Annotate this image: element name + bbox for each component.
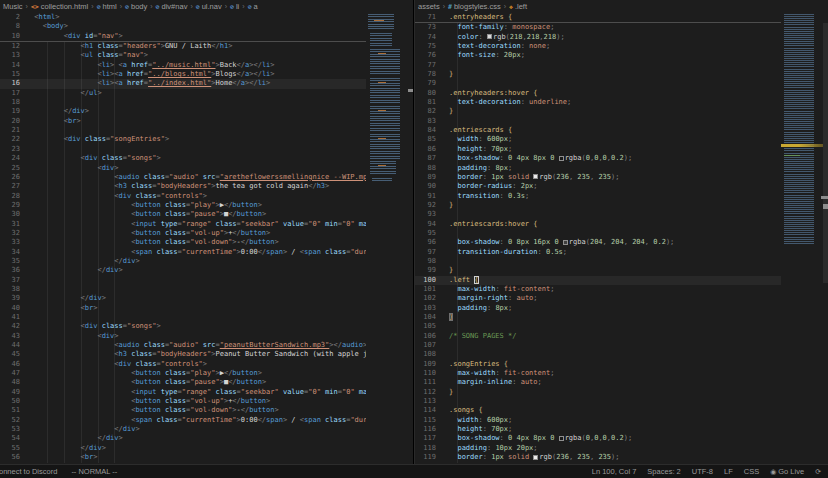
line-content[interactable]: </div> — [20, 257, 413, 266]
status-item-utf-8[interactable]: UTF-8 — [692, 467, 713, 476]
line-content[interactable] — [436, 210, 828, 219]
line-content[interactable]: <input type="range" class="seekbar" valu… — [20, 220, 413, 229]
code-line[interactable]: 118 padding: 10px 20px; — [415, 444, 828, 453]
code-line[interactable]: 77 — [415, 61, 828, 70]
line-content[interactable]: .entryheaders:hover { — [436, 89, 828, 98]
line-number[interactable]: 75 — [415, 42, 436, 51]
line-number[interactable]: 83 — [415, 117, 436, 126]
line-content[interactable] — [20, 126, 413, 135]
code-line[interactable]: 37 — [0, 276, 413, 285]
line-number[interactable]: 20 — [0, 117, 20, 126]
line-number[interactable]: 98 — [415, 257, 436, 266]
line-content[interactable]: font-size: 20px; — [436, 51, 828, 60]
code-line[interactable]: 74 color: rgb(218,218,218); — [415, 33, 828, 42]
breadcrumb[interactable]: Music›<>collection.html›⊘html›⊘body›⊘div… — [0, 0, 413, 13]
line-content[interactable] — [20, 98, 413, 107]
line-number[interactable]: 107 — [415, 341, 436, 350]
line-content[interactable]: <span class="currentTime">0:00</span> / … — [20, 416, 413, 425]
code-line[interactable]: 25 <div> — [0, 164, 413, 173]
line-content[interactable]: <body> — [20, 22, 413, 31]
line-content[interactable] — [20, 276, 413, 285]
line-content[interactable]: height: 70px; — [436, 425, 828, 434]
line-number[interactable]: 85 — [415, 135, 436, 144]
line-content[interactable]: } — [436, 201, 828, 210]
code-line[interactable]: 102 margin-right: auto; — [415, 294, 828, 303]
line-content[interactable] — [436, 350, 828, 359]
scrollbar[interactable] — [823, 13, 828, 464]
line-content[interactable]: <li> <a href="../music.html">Back</a></l… — [20, 61, 413, 70]
line-content[interactable]: <ul class="nav"> — [20, 51, 413, 60]
color-swatch[interactable] — [563, 240, 568, 245]
line-number[interactable]: 15 — [0, 70, 20, 79]
line-number[interactable]: 45 — [0, 350, 20, 359]
line-content[interactable] — [20, 285, 413, 294]
line-content[interactable]: </div> — [20, 107, 413, 116]
status-item-lf[interactable]: LF — [724, 467, 733, 476]
line-content[interactable]: </div> — [20, 444, 413, 453]
line-content[interactable]: <button class="vol-down">-</button> — [20, 238, 413, 247]
line-number[interactable]: 109 — [415, 360, 436, 369]
code-line[interactable]: 112} — [415, 388, 828, 397]
line-content[interactable] — [436, 322, 828, 331]
minimap[interactable] — [781, 13, 823, 464]
line-number[interactable]: 82 — [415, 107, 436, 116]
code-line[interactable]: 54 </div> — [0, 434, 413, 443]
line-number[interactable]: 32 — [0, 229, 20, 238]
line-content[interactable]: max-width: fit-content; — [436, 285, 828, 294]
code-line[interactable]: 108 — [415, 350, 828, 359]
color-swatch[interactable] — [533, 174, 538, 179]
line-content[interactable] — [20, 313, 413, 322]
line-content[interactable]: .entryheaders { — [436, 13, 828, 22]
code-line[interactable]: 104} — [415, 313, 828, 322]
code-line[interactable]: 115 width: 600px; — [415, 416, 828, 425]
line-number[interactable]: 17 — [0, 89, 20, 98]
line-content[interactable]: margin-inline: auto; — [436, 378, 828, 387]
line-content[interactable]: /* SONG PAGES */ — [436, 332, 828, 341]
line-content[interactable]: box-shadow: 0 4px 8px 0 rgba(0,0,0,0.2); — [436, 434, 828, 443]
line-content[interactable]: <div id="nav"> — [20, 32, 413, 41]
code-line[interactable]: 56 <br> — [0, 453, 413, 462]
line-content[interactable]: <button class="pause">■</button> — [20, 378, 413, 387]
line-content[interactable]: </ul> — [20, 89, 413, 98]
line-content[interactable]: <button class="play">▶</button> — [20, 369, 413, 378]
line-number[interactable]: 118 — [415, 444, 436, 453]
line-content[interactable]: } — [436, 70, 828, 79]
line-number[interactable]: 89 — [415, 173, 436, 182]
line-content[interactable]: .songs { — [436, 406, 828, 415]
line-content[interactable]: <audio class="audio" src="peanutButterSa… — [20, 341, 413, 350]
line-number[interactable]: 111 — [415, 378, 436, 387]
code-line[interactable]: 55 </div> — [0, 444, 413, 453]
line-number[interactable]: 25 — [0, 164, 20, 173]
code-line[interactable]: 76 font-size: 20px; — [415, 51, 828, 60]
line-number[interactable]: 55 — [0, 444, 20, 453]
line-content[interactable]: <button class="vol-up">+</button> — [20, 229, 413, 238]
line-content[interactable]: <html> — [20, 13, 413, 22]
code-line[interactable]: 117 box-shadow: 0 4px 8px 0 rgba(0,0,0,0… — [415, 434, 828, 443]
code-line[interactable]: 105 — [415, 322, 828, 331]
line-content[interactable]: } — [436, 107, 828, 116]
code-line[interactable]: 73 font-family: monospace; — [415, 23, 828, 32]
breadcrumb-item[interactable]: ⊘html — [97, 2, 117, 11]
line-number[interactable]: 27 — [0, 182, 20, 191]
code-line[interactable]: 46 <div class="controls"> — [0, 360, 413, 369]
line-content[interactable]: } — [436, 388, 828, 397]
line-number[interactable]: 31 — [0, 220, 20, 229]
line-number[interactable]: 103 — [415, 304, 436, 313]
code-line[interactable]: 101 max-width: fit-content; — [415, 285, 828, 294]
code-line[interactable]: 30 <button class="pause">■</button> — [0, 210, 413, 219]
line-number[interactable]: 99 — [415, 266, 436, 275]
line-number[interactable]: 87 — [415, 154, 436, 163]
line-number[interactable]: 96 — [415, 238, 436, 247]
line-content[interactable]: <button class="play">▶</button> — [20, 201, 413, 210]
code-line[interactable]: 87 box-shadow: 0 4px 8px 0 rgba(0,0,0,0.… — [415, 154, 828, 163]
line-number[interactable]: 13 — [0, 51, 20, 60]
line-number[interactable]: 49 — [0, 388, 20, 397]
line-content[interactable]: <li><a href="../index.html">Home</a></li… — [20, 79, 413, 88]
code-line[interactable]: 21 — [0, 126, 413, 135]
code-line[interactable]: 52 <span class="currentTime">0:00</span>… — [0, 416, 413, 425]
code-line[interactable]: 91 transition: 0.3s; — [415, 192, 828, 201]
code-editor-css[interactable]: 73 font-family: monospace;74 color: rgb(… — [415, 23, 828, 462]
code-line[interactable]: 35 </div> — [0, 257, 413, 266]
code-line[interactable]: 107 — [415, 341, 828, 350]
line-number[interactable]: 16 — [0, 79, 20, 88]
